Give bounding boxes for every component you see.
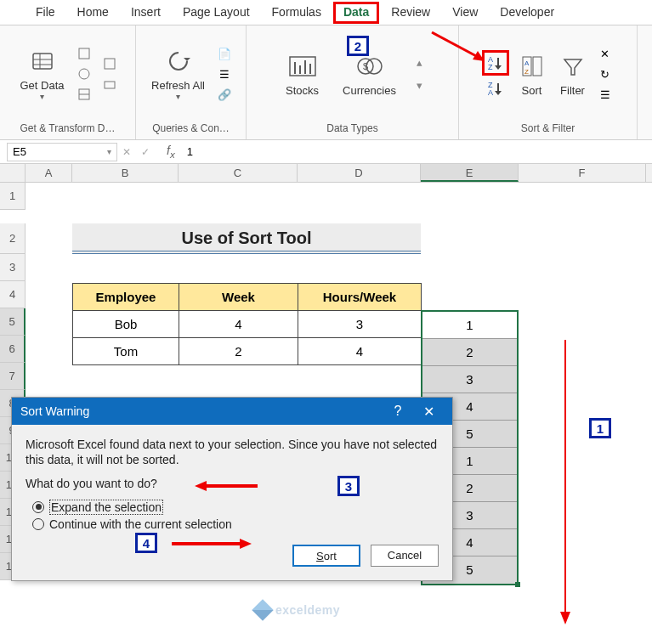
svg-point-5 [79,69,89,79]
cell-employee: Bob [73,311,179,338]
currencies-button[interactable]: $ Currencies [339,50,400,99]
svg-text:Z: Z [488,63,493,71]
existing-connections-icon[interactable] [102,76,117,92]
name-box[interactable]: E5 ▾ [7,143,117,161]
from-table-icon[interactable] [77,87,92,102]
tab-review[interactable]: Review [381,2,440,24]
tab-page-layout[interactable]: Page Layout [173,2,260,24]
svg-rect-11 [290,57,315,76]
sort-ascending-button[interactable]: AZ [482,50,509,76]
from-text-icon[interactable] [77,46,92,61]
svg-marker-31 [564,59,581,75]
properties-icon[interactable]: ☰ [217,66,232,82]
svg-text:A: A [488,88,493,97]
cell-hours: 3 [298,311,422,338]
svg-text:Z: Z [524,68,529,76]
svg-rect-8 [105,59,115,69]
get-data-button[interactable]: Get Data ▾ [16,45,67,103]
col-header-f[interactable]: F [519,164,646,182]
cancel-formula-icon[interactable]: ✕ [117,146,136,158]
tab-home[interactable]: Home [67,2,119,24]
sort-button[interactable]: AZ Sort [514,50,550,99]
row-header[interactable]: 3 [0,254,26,281]
fill-handle[interactable] [515,582,520,587]
chevron-down-icon: ▾ [176,92,180,101]
header-employee: Employee [73,284,179,311]
watermark-text: exceldemy [275,603,340,617]
from-web-icon[interactable] [77,66,92,82]
expand-label: Expand the selection [49,500,163,515]
tab-data[interactable]: Data [333,2,379,24]
callout-4: 4 [135,533,157,553]
select-all-triangle[interactable] [0,164,26,182]
refresh-icon [164,47,193,76]
tab-insert[interactable]: Insert [121,2,171,24]
table-row[interactable]: Bob 4 3 [73,311,422,338]
queries-connections-icon[interactable]: 📄 [217,46,232,61]
stocks-icon [288,52,317,81]
chevron-down-icon: ▾ [40,92,44,101]
row-header[interactable]: 5 [0,308,26,336]
callout-1: 1 [589,418,611,438]
header-week: Week [179,284,298,311]
advanced-icon[interactable]: ☰ [598,87,613,102]
svg-rect-9 [105,82,115,88]
tab-developer[interactable]: Developer [490,2,564,24]
option-continue-selection[interactable]: Continue with the current selection [32,517,439,531]
table-row[interactable]: Tom 2 4 [73,338,422,365]
filter-button[interactable]: Filter [555,50,591,99]
sort-descending-button[interactable]: ZA [485,79,507,98]
column-headers: A B C D E F [0,164,652,183]
worksheet-area[interactable]: 1 2 3 4 5 6 7 8 9 10 11 12 13 14 Use of … [0,183,652,641]
scroll-up-icon[interactable]: ▴ [417,56,422,69]
row-header[interactable]: 4 [0,281,26,308]
col-header-d[interactable]: D [298,164,421,182]
row-header[interactable]: 7 [0,363,26,390]
sort-za-icon: ZA [486,80,505,97]
tab-file[interactable]: File [26,2,65,24]
sort-icon: AZ [518,52,547,81]
name-box-value: E5 [13,145,26,158]
chevron-down-icon: ▾ [107,147,111,156]
dialog-sort-button[interactable]: Sort [292,545,360,567]
dialog-titlebar[interactable]: Sort Warning ? ✕ [12,398,452,425]
filter-icon [558,52,587,81]
dialog-cancel-button[interactable]: Cancel [371,545,439,567]
scroll-down-icon[interactable]: ▾ [417,79,422,92]
clear-filter-icon[interactable]: ✕ [598,46,613,61]
sort-label: Sort [522,84,542,97]
option-expand-selection[interactable]: Expand the selection [32,500,439,514]
col-header-c[interactable]: C [179,164,298,182]
sort-az-icon: AZ [486,54,505,71]
cell-e6: 2 [422,339,517,366]
edit-links-icon[interactable]: 🔗 [217,87,232,102]
group-label-queries: Queries & Con… [152,122,230,138]
row-header[interactable]: 1 [0,183,26,210]
cell-week: 2 [179,338,298,365]
fx-icon[interactable]: fx [167,144,175,160]
dialog-close-button[interactable]: ✕ [413,404,444,420]
col-header-b[interactable]: B [72,164,179,182]
formula-value[interactable]: 1 [187,145,193,158]
row-header[interactable]: 2 [0,223,26,254]
svg-point-17 [366,59,382,74]
tab-formulas[interactable]: Formulas [262,2,332,24]
refresh-all-button[interactable]: Refresh All ▾ [148,45,208,103]
svg-marker-26 [495,91,502,95]
dialog-message: Microsoft Excel found data next to your … [26,437,439,467]
reapply-icon[interactable]: ↻ [598,66,613,82]
group-get-transform: Get Data ▾ Get & Transform D… [0,25,136,139]
enter-formula-icon[interactable]: ✓ [136,146,155,158]
tab-view[interactable]: View [442,2,488,24]
cell-e5: 1 [422,312,517,339]
col-header-a[interactable]: A [26,164,72,182]
col-header-e[interactable]: E [421,164,519,182]
recent-sources-icon[interactable] [102,56,117,71]
watermark: exceldemy [255,602,340,618]
stocks-button[interactable]: Stocks [282,50,322,99]
dialog-help-button[interactable]: ? [383,404,413,419]
formula-bar: E5 ▾ ✕ ✓ fx 1 [0,140,652,164]
row-header[interactable]: 6 [0,336,26,363]
database-icon [28,47,57,76]
group-sort-filter: AZ ZA AZ Sort Filter ✕ ↻ [459,25,638,139]
